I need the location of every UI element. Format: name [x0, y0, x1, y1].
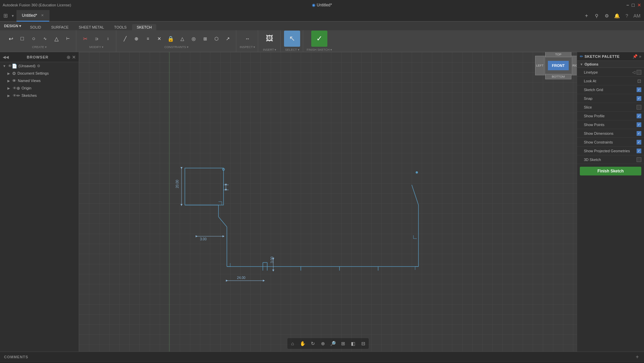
symmetry-tool[interactable]: ⬡	[211, 33, 222, 44]
sketch-grid-checkbox[interactable]	[637, 87, 641, 92]
show-constraints-checkbox[interactable]	[637, 140, 641, 145]
browser-collapse-icon[interactable]: ◀◀	[3, 55, 9, 59]
3d-sketch-checkbox[interactable]	[637, 157, 641, 162]
eye-icon[interactable]: 👁	[8, 64, 12, 68]
measure-tool[interactable]: ↔	[242, 33, 253, 44]
add-tab-button[interactable]: +	[582, 11, 591, 20]
scale-tool[interactable]: ↕	[103, 33, 113, 44]
snap-checkbox[interactable]	[637, 96, 641, 101]
tree-item-origin[interactable]: ▶ 👁 ⊕ Origin	[0, 84, 79, 92]
rectangle-tool[interactable]: □	[17, 33, 28, 44]
toolbar-group-finish-sketch: ✓ FINISH SKETCH ▾	[304, 30, 335, 52]
show-projected-checkbox[interactable]	[637, 149, 641, 153]
tab-tools[interactable]: TOOLS	[110, 24, 131, 30]
insert-image-tool[interactable]: 🖼	[261, 31, 278, 47]
line-tool[interactable]: ╱	[120, 33, 130, 44]
zoom-out-button[interactable]: 🔎	[328, 339, 338, 348]
show-profile-control[interactable]	[637, 114, 641, 118]
titlebar: Autodesk Fusion 360 (Education License) …	[0, 0, 644, 10]
ellipse-tool[interactable]: ⊕	[131, 33, 142, 44]
perp-tool[interactable]: ✕	[154, 33, 165, 44]
grid-toggle-button[interactable]: ⊞	[338, 339, 348, 348]
show-constraints-control[interactable]	[637, 140, 641, 145]
zoom-fit-button[interactable]: ⊕	[318, 339, 328, 348]
palette-row-linetype: Linetype ◁	[577, 68, 644, 77]
sketch-palette-header: ✏ SKETCH PALETTE 📌 »	[577, 52, 644, 61]
slice-checkbox[interactable]	[637, 105, 641, 110]
show-profile-checkbox[interactable]	[637, 114, 641, 118]
circle-tool[interactable]: ○	[28, 33, 39, 44]
show-dimensions-checkbox[interactable]	[637, 131, 641, 136]
concentric-tool[interactable]: ◎	[188, 33, 199, 44]
sketch-grid-control[interactable]	[637, 87, 641, 92]
slice-control[interactable]	[637, 105, 641, 110]
show-points-control[interactable]	[637, 122, 641, 127]
equal-tool[interactable]: ≡	[143, 33, 153, 44]
settings-icon[interactable]: ⚙	[37, 64, 40, 68]
user-icon[interactable]: AM	[633, 11, 641, 20]
close-button[interactable]: ✕	[637, 2, 641, 8]
tree-item-document-settings[interactable]: ▶ ⚙ Document Settings	[0, 70, 79, 77]
undo-button[interactable]: ↩	[5, 33, 16, 44]
sketches-eye-icon[interactable]: 👁	[13, 93, 16, 97]
polygon-tool[interactable]: △	[51, 33, 62, 44]
finish-sketch-toolbar-button[interactable]: ✓	[311, 31, 327, 47]
browser-options-icon[interactable]: ⊕	[67, 54, 71, 60]
offset-tool[interactable]: ⊃	[91, 33, 102, 44]
canvas[interactable]: 20.00 3.00 3.00 24.00 TOP LEFT FRONT RIG…	[79, 52, 577, 352]
display-settings-button[interactable]: ◧	[349, 339, 358, 348]
linetype-toggle[interactable]	[637, 70, 641, 75]
tree-item-sketches[interactable]: ▶ 👁 ✏ Sketches	[0, 92, 79, 99]
show-dimensions-control[interactable]	[637, 131, 641, 136]
select-tool[interactable]: ↖	[284, 31, 300, 47]
view-cube[interactable]: TOP LEFT FRONT RIGHT BOTTOM	[543, 55, 573, 86]
triangle-tool2[interactable]: △	[177, 33, 188, 44]
more-icon[interactable]: »	[639, 54, 641, 59]
tab-sheet-metal[interactable]: SHEET METAL	[74, 24, 109, 30]
look-at-control[interactable]: ⊡	[637, 78, 641, 84]
lock-tool[interactable]: 🔒	[165, 33, 176, 44]
look-at-icon[interactable]: ⊡	[637, 78, 641, 84]
view-cube-top[interactable]: TOP	[545, 52, 571, 57]
show-projected-control[interactable]	[637, 149, 641, 153]
tree-item-root[interactable]: ▼ 👁 📄 (Unsaved) ⚙	[0, 62, 79, 70]
tab-sketch[interactable]: SKETCH	[132, 24, 157, 30]
view-cube-front[interactable]: FRONT	[548, 61, 569, 70]
help-icon[interactable]: ?	[622, 11, 631, 20]
tree-item-named-views[interactable]: ▶ 👁 Named Views	[0, 77, 79, 84]
finish-sketch-palette-button[interactable]: Finish Sketch	[580, 167, 641, 175]
tab-close-icon[interactable]: ✕	[41, 13, 44, 17]
linetype-control[interactable]: ◁	[632, 70, 641, 75]
maximize-button[interactable]: □	[632, 2, 635, 8]
tab-surface[interactable]: SURFACE	[46, 24, 73, 30]
show-constraints-label: Show Constraints	[584, 140, 637, 144]
view-cube-bottom-label[interactable]: BOTTOM	[545, 74, 571, 79]
minimize-button[interactable]: −	[626, 2, 629, 8]
grid-settings-button[interactable]: ⊟	[359, 339, 368, 348]
pan-button[interactable]: ✋	[298, 339, 308, 348]
midpoint-tool[interactable]: ↗	[223, 33, 233, 44]
collinear-tool[interactable]: ⊞	[200, 33, 210, 44]
show-points-checkbox[interactable]	[637, 122, 641, 127]
origin-eye-icon[interactable]: 👁	[13, 86, 16, 90]
trim-tool[interactable]: ✂	[80, 33, 90, 44]
palette-options-section[interactable]: ▼ Options	[577, 61, 644, 68]
tab-untitled[interactable]: Untitled* ✕	[16, 10, 49, 22]
settings-tab-button[interactable]: ⚙	[602, 11, 611, 20]
design-dropdown[interactable]: DESIGN ▾	[4, 24, 21, 28]
spline-tool[interactable]: ∿	[40, 33, 50, 44]
tab-solid[interactable]: SOLID	[25, 24, 46, 30]
home-view-button[interactable]: ⌂	[288, 339, 297, 348]
view-cube-left[interactable]: LEFT	[535, 56, 545, 75]
3d-sketch-control[interactable]	[637, 157, 641, 162]
linetype-left-icon[interactable]: ◁	[632, 70, 635, 75]
view-cube-right[interactable]: RIGHT	[572, 56, 577, 75]
browser-close-icon[interactable]: ✕	[72, 54, 76, 60]
add-comment-button[interactable]: +	[633, 353, 641, 361]
search-tab-button[interactable]: ⚲	[592, 11, 601, 20]
orbit-button[interactable]: ↻	[308, 339, 318, 348]
window-controls[interactable]: − □ ✕	[626, 2, 641, 8]
line-ext-tool[interactable]: ⊢	[63, 33, 73, 44]
snap-control[interactable]	[637, 96, 641, 101]
pin-icon[interactable]: 📌	[633, 54, 638, 59]
